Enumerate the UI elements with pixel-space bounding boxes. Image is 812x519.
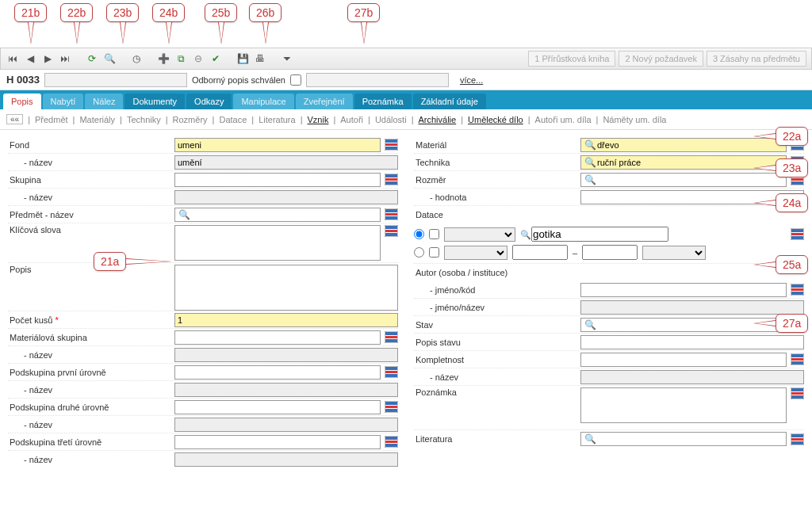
datace-cb-2[interactable] xyxy=(429,247,439,258)
poznamka-input[interactable] xyxy=(580,387,787,423)
magnifier-icon[interactable]: 🔍 xyxy=(583,318,597,332)
datace-select-2a[interactable] xyxy=(444,246,508,260)
toolbar: ⏮ ◀ ▶ ⏭ ⟳ 🔍 ◷ ➕ ⧉ ⊖ ✔ 💾 🖶 ⏷ 1 Přírůstkov… xyxy=(0,48,812,70)
pod1-nazev-input[interactable] xyxy=(174,383,398,397)
magnifier-icon[interactable]: 🔍 xyxy=(583,432,597,446)
literatura-input[interactable] xyxy=(580,432,787,446)
add-icon[interactable]: ➕ xyxy=(156,52,170,66)
mat-skup-nazev-input[interactable] xyxy=(174,348,398,362)
first-icon[interactable]: ⏮ xyxy=(6,52,20,66)
lookup-icon[interactable] xyxy=(791,284,804,296)
btn-prirustkova[interactable]: 1 Přírůstková kniha xyxy=(528,51,615,67)
predmet-nazev-input[interactable] xyxy=(174,208,381,222)
subnav-predmet[interactable]: Předmět xyxy=(35,115,68,124)
tab-nabyti[interactable]: Nabytí xyxy=(43,93,84,109)
fond-input[interactable] xyxy=(174,138,381,152)
header-field-1[interactable] xyxy=(44,73,187,87)
pod1-input[interactable] xyxy=(174,365,381,380)
lookup-icon[interactable] xyxy=(385,139,398,151)
pod2-nazev-input[interactable] xyxy=(174,418,398,432)
subnav-autori-um[interactable]: Autoři um. díla xyxy=(535,115,592,124)
subnav-literatura[interactable]: Literatura xyxy=(259,115,295,124)
mat-skup-input[interactable] xyxy=(174,330,381,345)
lookup-icon[interactable] xyxy=(791,433,804,445)
tab-zverejneni[interactable]: Zveřejnění xyxy=(296,93,353,109)
subnav-udalosti[interactable]: Události xyxy=(375,115,407,124)
tab-dokumenty[interactable]: Dokumenty xyxy=(124,93,185,109)
remove-icon[interactable]: ⊖ xyxy=(191,52,205,66)
more-link[interactable]: více... xyxy=(460,75,483,85)
skupina-nazev-input[interactable] xyxy=(174,190,398,204)
tab-zakladni[interactable]: Základní údaje xyxy=(413,93,486,109)
magnifier-icon[interactable]: 🔍 xyxy=(583,155,597,170)
tab-manipulace[interactable]: Manipulace xyxy=(233,93,293,109)
btn-novy-pozadavek[interactable]: 2 Nový požadavek xyxy=(619,51,703,67)
save-icon[interactable]: 💾 xyxy=(236,52,250,66)
subnav-umdilo[interactable]: Umělecké dílo xyxy=(468,115,523,124)
lookup-icon[interactable] xyxy=(791,353,804,365)
kompl-nazev-input[interactable] xyxy=(580,370,804,384)
tab-odkazy[interactable]: Odkazy xyxy=(186,93,232,109)
jmeno-nazev-input[interactable] xyxy=(580,300,804,315)
lookup-icon[interactable] xyxy=(385,331,398,343)
rozmer-input[interactable] xyxy=(580,173,787,187)
lookup-icon[interactable] xyxy=(385,174,398,185)
lookup-icon[interactable] xyxy=(385,401,398,413)
subnav-techniky[interactable]: Techniky xyxy=(127,115,161,124)
pod3-nazev-input[interactable] xyxy=(174,452,398,467)
prev-icon[interactable]: ◀ xyxy=(23,52,37,66)
lookup-icon[interactable] xyxy=(385,208,398,220)
next-icon[interactable]: ▶ xyxy=(40,52,55,66)
datace-radio-2[interactable] xyxy=(414,247,424,258)
magnifier-icon[interactable]: 🔍 xyxy=(583,138,597,152)
subnav-materialy[interactable]: Materiály xyxy=(79,115,115,124)
subnav-vznik[interactable]: Vznik xyxy=(308,115,329,124)
datace-cb-1[interactable] xyxy=(429,229,439,239)
fond-nazev-input[interactable] xyxy=(174,155,398,170)
btn-zasahy[interactable]: 3 Zásahy na předmětu xyxy=(707,51,806,67)
tab-popis[interactable]: Popis xyxy=(3,93,41,109)
subnav-autori[interactable]: Autoři xyxy=(340,115,363,124)
magnifier-icon[interactable]: 🔍 xyxy=(520,230,531,239)
tab-nalez[interactable]: Nález xyxy=(85,93,123,109)
datace-radio-1[interactable] xyxy=(414,229,424,239)
popis-stavu-input[interactable] xyxy=(580,335,804,349)
subnav-back[interactable]: «« xyxy=(6,114,23,124)
tab-poznamka[interactable]: Poznámka xyxy=(354,93,412,109)
subnav-archivalie[interactable]: Archiválie xyxy=(418,115,456,124)
lookup-icon[interactable] xyxy=(385,436,398,448)
header-field-2[interactable] xyxy=(306,73,449,87)
last-icon[interactable]: ⏭ xyxy=(58,52,72,66)
copy-icon[interactable]: ⧉ xyxy=(174,52,188,66)
subnav-rozmery[interactable]: Rozměry xyxy=(173,115,208,124)
lookup-icon[interactable] xyxy=(791,387,804,399)
magnifier-icon[interactable]: 🔍 xyxy=(583,173,597,187)
datace-select-2b[interactable] xyxy=(642,246,706,260)
popis-input[interactable] xyxy=(174,265,398,311)
approval-checkbox[interactable] xyxy=(290,74,301,86)
datace-text[interactable] xyxy=(531,227,668,242)
klicova-input[interactable] xyxy=(174,225,381,261)
datace-to[interactable] xyxy=(582,245,638,260)
datace-from[interactable] xyxy=(512,245,568,260)
kompletnost-input[interactable] xyxy=(580,353,787,367)
material-input[interactable] xyxy=(580,138,787,152)
jmeno-kod-input[interactable] xyxy=(580,283,787,297)
print-icon[interactable]: 🖶 xyxy=(253,52,267,66)
refresh-icon[interactable]: ⟳ xyxy=(85,52,99,66)
subnav-namety[interactable]: Náměty um. díla xyxy=(603,115,666,124)
subnav-datace[interactable]: Datace xyxy=(219,115,247,124)
magnifier-icon[interactable]: 🔍 xyxy=(177,208,191,222)
search-icon[interactable]: 🔍 xyxy=(102,52,117,66)
skupina-input[interactable] xyxy=(174,173,381,187)
pod3-input[interactable] xyxy=(174,435,381,449)
clock-icon[interactable]: ◷ xyxy=(129,52,144,66)
filter-icon[interactable]: ⏷ xyxy=(280,52,294,66)
pocet-kusu-input[interactable] xyxy=(174,313,398,327)
lookup-icon[interactable] xyxy=(385,366,398,378)
pod2-input[interactable] xyxy=(174,400,381,414)
check-icon[interactable]: ✔ xyxy=(209,52,223,66)
lookup-icon[interactable] xyxy=(791,228,804,240)
datace-select-1[interactable] xyxy=(444,227,515,242)
lookup-icon[interactable] xyxy=(385,225,398,237)
